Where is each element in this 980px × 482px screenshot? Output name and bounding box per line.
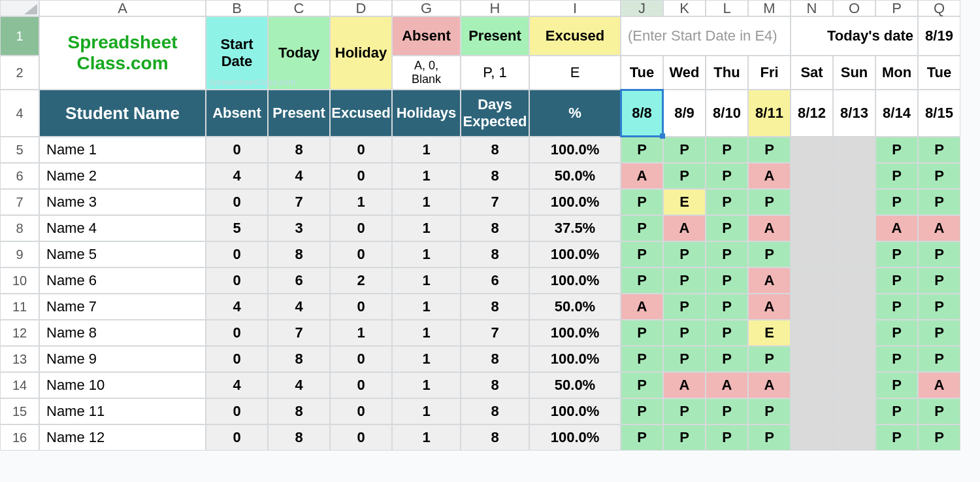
- attendance-cell[interactable]: P: [748, 346, 791, 372]
- row-header-10[interactable]: 10: [0, 267, 39, 294]
- holidays-count[interactable]: 1: [392, 346, 461, 372]
- attendance-cell[interactable]: P: [663, 346, 706, 372]
- attendance-cell[interactable]: P: [918, 398, 960, 424]
- excused-count[interactable]: 0: [330, 215, 392, 241]
- attendance-cell[interactable]: P: [621, 137, 663, 163]
- days-expected[interactable]: 8: [461, 398, 529, 424]
- holidays-count[interactable]: 1: [392, 320, 461, 346]
- attendance-pct[interactable]: 100.0%: [529, 424, 621, 451]
- col-header-P[interactable]: P: [875, 0, 918, 16]
- present-count[interactable]: 7: [268, 320, 330, 346]
- attendance-cell[interactable]: P: [918, 346, 960, 372]
- attendance-cell[interactable]: P: [621, 215, 663, 241]
- attendance-cell[interactable]: P: [875, 320, 918, 346]
- holidays-count[interactable]: 1: [392, 241, 461, 267]
- attendance-cell[interactable]: [833, 189, 875, 215]
- attendance-cell[interactable]: [833, 241, 875, 267]
- date-col-8/10[interactable]: 8/10: [706, 90, 748, 137]
- absent-count[interactable]: 0: [206, 137, 268, 163]
- days-expected[interactable]: 8: [461, 163, 529, 189]
- present-count[interactable]: 8: [268, 346, 330, 372]
- attendance-cell[interactable]: P: [875, 163, 918, 189]
- date-col-8/15[interactable]: 8/15: [918, 90, 960, 137]
- excused-count[interactable]: 0: [330, 372, 392, 398]
- attendance-cell[interactable]: P: [663, 241, 706, 267]
- attendance-pct[interactable]: 100.0%: [529, 320, 621, 346]
- attendance-cell[interactable]: A: [706, 372, 748, 398]
- excused-count[interactable]: 0: [330, 163, 392, 189]
- excused-count[interactable]: 0: [330, 294, 392, 320]
- days-expected[interactable]: 7: [461, 189, 529, 215]
- attendance-cell[interactable]: P: [621, 398, 663, 424]
- attendance-cell[interactable]: [791, 424, 833, 451]
- row-header-6[interactable]: 6: [0, 163, 39, 189]
- attendance-cell[interactable]: A: [875, 215, 918, 241]
- attendance-cell[interactable]: [833, 424, 875, 451]
- student-name[interactable]: Name 2: [39, 163, 206, 189]
- days-expected[interactable]: 8: [461, 215, 529, 241]
- attendance-pct[interactable]: 37.5%: [529, 215, 621, 241]
- attendance-cell[interactable]: P: [663, 163, 706, 189]
- attendance-cell[interactable]: P: [918, 137, 960, 163]
- excused-count[interactable]: 0: [330, 241, 392, 267]
- attendance-cell[interactable]: [833, 372, 875, 398]
- attendance-cell[interactable]: P: [706, 189, 748, 215]
- date-col-8/9[interactable]: 8/9: [663, 90, 706, 137]
- col-header-M[interactable]: M: [748, 0, 791, 16]
- attendance-cell[interactable]: P: [663, 320, 706, 346]
- days-expected[interactable]: 8: [461, 372, 529, 398]
- present-count[interactable]: 8: [268, 424, 330, 451]
- attendance-cell[interactable]: [833, 320, 875, 346]
- attendance-cell[interactable]: [791, 215, 833, 241]
- attendance-cell[interactable]: A: [918, 215, 960, 241]
- attendance-cell[interactable]: P: [918, 424, 960, 451]
- student-name[interactable]: Name 1: [39, 137, 206, 163]
- attendance-cell[interactable]: P: [621, 267, 663, 294]
- present-count[interactable]: 8: [268, 241, 330, 267]
- attendance-cell[interactable]: P: [706, 267, 748, 294]
- col-header-O[interactable]: O: [833, 0, 875, 16]
- attendance-cell[interactable]: P: [918, 267, 960, 294]
- attendance-cell[interactable]: A: [748, 294, 791, 320]
- excused-count[interactable]: 0: [330, 137, 392, 163]
- attendance-cell[interactable]: [833, 346, 875, 372]
- holidays-count[interactable]: 1: [392, 294, 461, 320]
- row-header-5[interactable]: 5: [0, 137, 39, 163]
- attendance-cell[interactable]: P: [663, 267, 706, 294]
- present-count[interactable]: 8: [268, 398, 330, 424]
- excused-count[interactable]: 0: [330, 424, 392, 451]
- absent-count[interactable]: 0: [206, 424, 268, 451]
- attendance-cell[interactable]: [833, 294, 875, 320]
- student-name[interactable]: Name 5: [39, 241, 206, 267]
- attendance-pct[interactable]: 100.0%: [529, 346, 621, 372]
- attendance-cell[interactable]: P: [663, 424, 706, 451]
- absent-count[interactable]: 4: [206, 163, 268, 189]
- absent-count[interactable]: 4: [206, 294, 268, 320]
- row-header-13[interactable]: 13: [0, 346, 39, 372]
- attendance-cell[interactable]: P: [621, 320, 663, 346]
- attendance-cell[interactable]: P: [621, 241, 663, 267]
- attendance-cell[interactable]: [791, 398, 833, 424]
- excused-count[interactable]: 2: [330, 267, 392, 294]
- attendance-cell[interactable]: P: [621, 372, 663, 398]
- attendance-cell[interactable]: [791, 163, 833, 189]
- attendance-cell[interactable]: A: [663, 215, 706, 241]
- attendance-cell[interactable]: P: [748, 398, 791, 424]
- attendance-cell[interactable]: P: [706, 163, 748, 189]
- attendance-pct[interactable]: 50.0%: [529, 372, 621, 398]
- col-header-Q[interactable]: Q: [918, 0, 960, 16]
- col-header-N[interactable]: N: [791, 0, 833, 16]
- excused-count[interactable]: 1: [330, 320, 392, 346]
- excused-count[interactable]: 0: [330, 398, 392, 424]
- attendance-cell[interactable]: P: [663, 137, 706, 163]
- absent-count[interactable]: 0: [206, 398, 268, 424]
- student-name[interactable]: Name 7: [39, 294, 206, 320]
- col-header-D[interactable]: D: [330, 0, 392, 16]
- present-count[interactable]: 6: [268, 267, 330, 294]
- student-name[interactable]: Name 10: [39, 372, 206, 398]
- row-header-12[interactable]: 12: [0, 320, 39, 346]
- attendance-cell[interactable]: [833, 398, 875, 424]
- attendance-cell[interactable]: P: [875, 267, 918, 294]
- attendance-cell[interactable]: A: [621, 163, 663, 189]
- attendance-cell[interactable]: A: [748, 215, 791, 241]
